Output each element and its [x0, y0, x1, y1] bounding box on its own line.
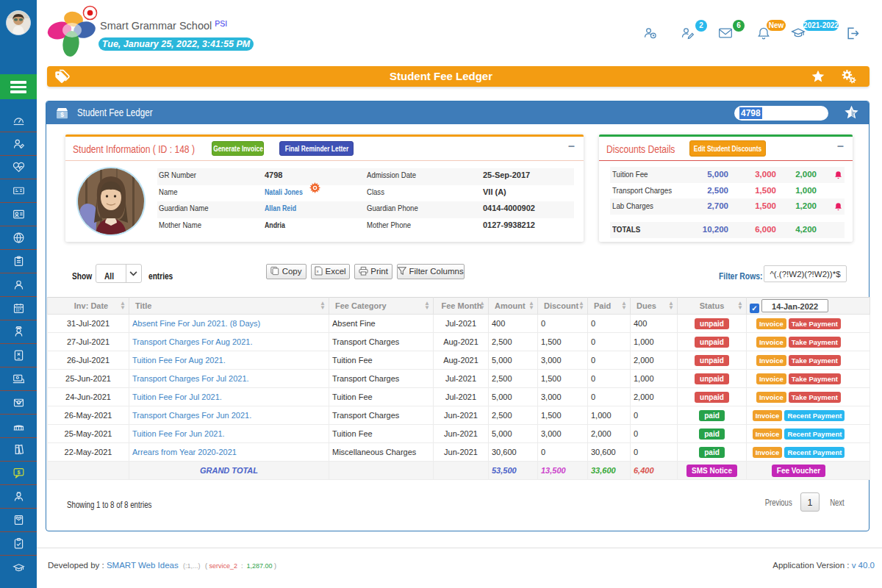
svg-text:$: $ [17, 469, 20, 476]
svg-text:x: x [317, 269, 319, 273]
svg-text:$: $ [60, 111, 64, 118]
